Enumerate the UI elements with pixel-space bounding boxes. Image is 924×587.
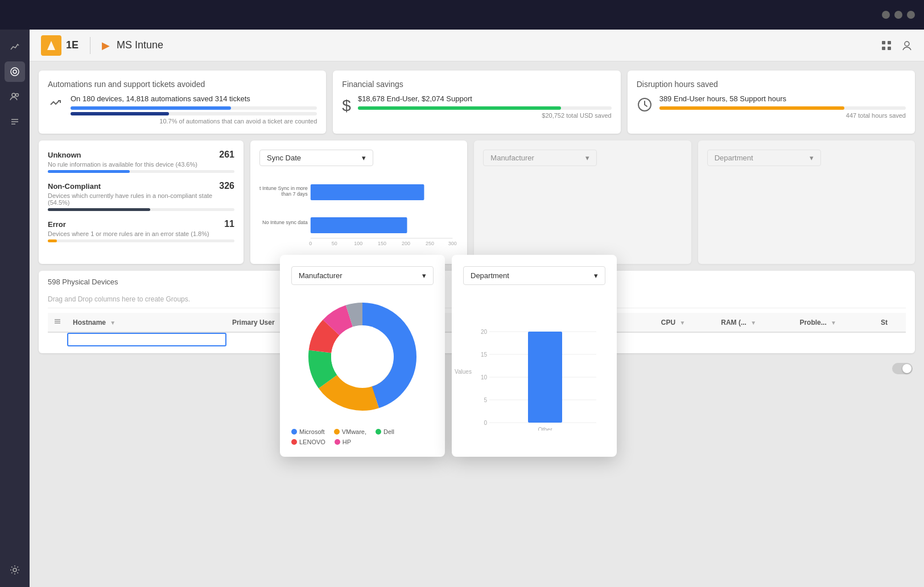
col-problem: Proble... ▼: [794, 313, 875, 332]
manufacturer-overlay-dropdown[interactable]: Manufacturer ▾: [291, 266, 434, 285]
sidebar: [0, 30, 30, 587]
sidebar-item-users[interactable]: [5, 86, 25, 107]
window-dot-3: [907, 11, 915, 19]
legend-dot-microsoft: [291, 429, 297, 435]
legend-dell: Dell: [376, 428, 394, 435]
disruption-content: 389 End-User hours, 58 Support hours 447…: [659, 94, 906, 119]
col-problem-label: Proble...: [799, 319, 826, 326]
col-primary-user-label: Primary User: [232, 319, 275, 326]
sync-dropdown[interactable]: Sync Date ▾: [259, 150, 373, 166]
legend-hp: HP: [335, 439, 351, 445]
user-icon[interactable]: [901, 40, 913, 51]
automations-main-text: On 180 devices, 14,818 automations saved…: [71, 94, 317, 103]
svg-point-13: [905, 42, 909, 46]
col-hostname-filter[interactable]: ▼: [110, 320, 116, 326]
svg-text:0: 0: [309, 241, 312, 246]
legend-label-hp: HP: [343, 439, 351, 445]
logo-text: 1E: [66, 39, 79, 51]
svg-point-2: [12, 93, 15, 97]
compliance-error-desc: Devices where 1 or more rules are in an …: [48, 230, 234, 237]
col-cpu-filter[interactable]: ▼: [679, 320, 685, 326]
toggle-knob: [902, 364, 911, 373]
svg-point-3: [16, 94, 19, 97]
financial-main-text: $18,678 End-User, $2,074 Support: [358, 94, 612, 103]
financial-icon: $: [342, 97, 351, 115]
legend-dot-vmware: [334, 429, 340, 435]
legend-label-dell: Dell: [383, 428, 394, 435]
compliance-noncompliant-bar: [48, 208, 150, 211]
compliance-noncompliant-bar-bg: [48, 208, 234, 211]
automations-content: On 180 devices, 14,818 automations saved…: [71, 94, 317, 125]
charts-row: Unknown 261 No rule information is avail…: [39, 140, 915, 264]
svg-text:150: 150: [378, 241, 386, 246]
sidebar-item-settings[interactable]: [5, 560, 25, 580]
col-problem-filter[interactable]: ▼: [831, 320, 836, 326]
svg-text:300: 300: [448, 241, 457, 246]
col-status-label: St: [881, 319, 888, 326]
main-content: Automations run and support tickets avoi…: [30, 61, 924, 587]
disruption-title: Disruption hours saved: [637, 80, 906, 89]
svg-point-0: [11, 68, 19, 76]
legend-label-vmware: VMware,: [342, 428, 366, 435]
disruption-icon: [637, 97, 653, 116]
mfr-header-bg: Manufacturer ▾: [483, 150, 682, 166]
disruption-main-text: 389 End-User hours, 58 Support hours: [659, 94, 906, 103]
logo-box: [41, 35, 61, 56]
financial-body: $ $18,678 End-User, $2,074 Support $20,7…: [342, 94, 611, 119]
compliance-card: Unknown 261 No rule information is avail…: [39, 140, 244, 264]
mfr-chevron-bg: ▾: [585, 154, 589, 162]
grid-icon[interactable]: [881, 40, 892, 51]
svg-text:0: 0: [484, 420, 487, 426]
compliance-error-bar-bg: [48, 239, 234, 242]
dept-y-axis-label: Values: [455, 369, 472, 375]
compliance-unknown-count: 261: [219, 150, 234, 160]
sidebar-item-list[interactable]: [5, 111, 25, 132]
filter-cpu-cell: [655, 332, 716, 346]
col-ram-label: RAM (...: [721, 319, 746, 326]
compliance-unknown-bar: [48, 170, 130, 173]
automations-card: Automations run and support tickets avoi…: [39, 71, 326, 134]
overlay-container: Manufacturer ▾: [280, 255, 617, 457]
legend-lenovo: LENOVO: [291, 439, 325, 445]
disruption-bar-bg: [659, 106, 906, 110]
dept-chart-area: Values 0 5 10 15 20: [463, 294, 605, 433]
toggle-switch[interactable]: [892, 363, 913, 374]
dept-bar-chart: 0 5 10 15 20: [477, 294, 602, 431]
top-nav: 1E ▶ MS Intune: [30, 30, 924, 61]
svg-rect-17: [311, 184, 424, 200]
svg-text:Last Intune Sync in more: Last Intune Sync in more: [259, 185, 308, 191]
donut-container: [291, 294, 434, 419]
donut-chart: [300, 294, 425, 419]
filter-drag-cell: [48, 332, 67, 346]
svg-marker-8: [47, 41, 55, 50]
svg-rect-19: [311, 217, 407, 233]
dept-dropdown-bg[interactable]: Department ▾: [707, 150, 821, 166]
filter-problem-cell: [794, 332, 875, 346]
col-hostname-label: Hostname: [73, 319, 106, 326]
sync-dropdown-chevron: ▾: [362, 154, 366, 162]
legend-microsoft: Microsoft: [291, 428, 325, 435]
disruption-card: Disruption hours saved 389 End-User hour…: [628, 71, 915, 134]
window-dot-2: [894, 11, 902, 19]
mfr-dropdown-bg[interactable]: Manufacturer ▾: [483, 150, 597, 166]
department-overlay-dropdown[interactable]: Department ▾: [463, 266, 605, 285]
legend-label-microsoft: Microsoft: [299, 428, 325, 435]
dept-header-bg: Department ▾: [707, 150, 906, 166]
svg-point-7: [13, 568, 16, 572]
legend-dot-lenovo: [291, 439, 297, 445]
col-cpu-label: CPU: [661, 319, 675, 326]
svg-rect-10: [888, 41, 891, 44]
compliance-error-bar: [48, 239, 57, 242]
nav-divider: [90, 37, 90, 54]
financial-card: Financial savings $ $18,678 End-User, $2…: [333, 71, 620, 134]
svg-text:15: 15: [481, 352, 488, 358]
automations-bar2-bg: [71, 112, 317, 115]
sidebar-item-analytics[interactable]: [5, 36, 25, 57]
department-overlay-chevron: ▾: [594, 271, 598, 280]
filter-ram-cell: [715, 332, 794, 346]
svg-rect-12: [888, 47, 891, 50]
sidebar-item-device[interactable]: [5, 61, 25, 82]
financial-sub-text: $20,752 total USD saved: [358, 112, 612, 119]
col-ram-filter[interactable]: ▼: [750, 320, 756, 326]
hostname-filter-input[interactable]: [67, 333, 226, 346]
